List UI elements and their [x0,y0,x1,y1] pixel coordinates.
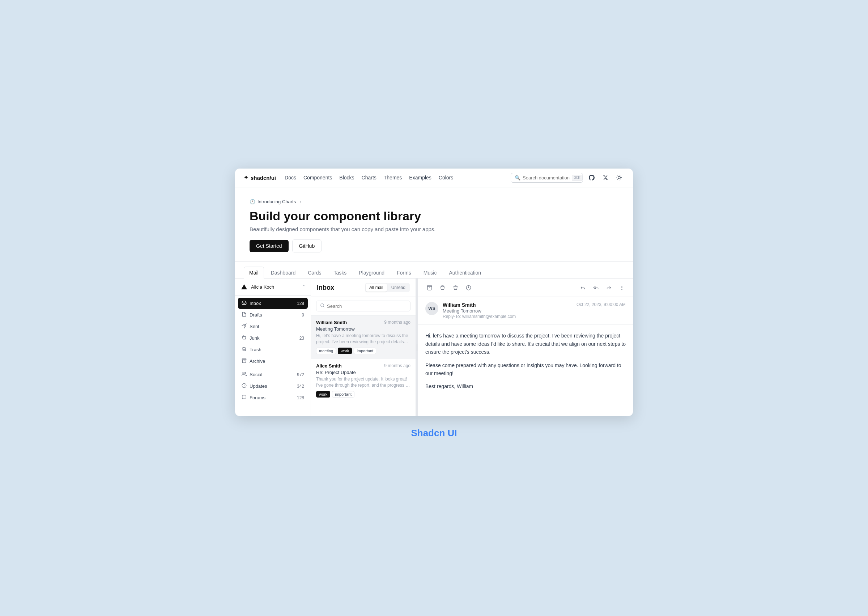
search-box[interactable]: 🔍 ⌘K [511,173,583,183]
toolbar-reply-all-btn[interactable] [590,282,601,293]
toolbar-delete-btn[interactable] [450,282,461,293]
sidebar-item-trash[interactable]: Trash [238,344,308,355]
svg-point-6 [243,372,245,374]
sidebar-item-forums-left: Forums [242,394,265,401]
tab-tasks[interactable]: Tasks [328,267,352,278]
tab-cards[interactable]: Cards [302,267,326,278]
mail-detail-toolbar [418,278,633,297]
sidebar-item-archive[interactable]: Archive [238,355,308,367]
mail-search-inner[interactable] [316,300,411,311]
hero-title: Build your component library [250,209,618,223]
nav-link-colors[interactable]: Colors [439,175,453,181]
forums-icon [242,394,246,401]
toolbar-move-btn[interactable] [437,282,448,293]
browser-window: ✦ shadcn/ui Docs Components Blocks Chart… [235,168,633,416]
mail-item-2-subject: Re: Project Update [316,370,411,375]
nav-link-themes[interactable]: Themes [384,175,402,181]
sidebar-nav: Inbox 128 Drafts 9 [235,295,311,416]
sidebar-item-updates[interactable]: Updates 342 [238,380,308,392]
svg-marker-1 [241,284,247,289]
github-icon-btn[interactable] [587,173,597,183]
sidebar-item-social[interactable]: Social 972 [238,369,308,380]
theme-toggle-btn[interactable] [614,173,624,183]
toolbar-more-btn[interactable] [616,282,627,293]
sidebar-item-updates-left: Updates [242,383,267,389]
sidebar-item-junk[interactable]: Junk 23 [238,332,308,344]
sidebar-item-drafts[interactable]: Drafts 9 [238,309,308,321]
get-started-button[interactable]: Get Started [250,240,289,252]
sidebar-user-chevron-icon: ⌃ [302,284,306,289]
search-input[interactable] [523,175,570,181]
resize-handle[interactable] [416,278,418,416]
mail-date: Oct 22, 2023, 9:00:00 AM [576,302,626,307]
mail-search [311,297,416,316]
mail-sender-reply: Reply-To: williamsmith@example.com [443,314,572,319]
sidebar-item-drafts-badge: 9 [296,313,304,317]
tab-mail[interactable]: Mail [244,267,264,278]
mail-item-1[interactable]: William Smith 9 months ago Meeting Tomor… [311,316,416,359]
sidebar-item-forums[interactable]: Forums 128 [238,392,308,403]
twitter-icon-btn[interactable] [600,173,611,183]
sidebar-item-inbox[interactable]: Inbox 128 [238,298,308,309]
mail-app: Alicia Koch ⌃ Inbox 128 [235,278,633,416]
github-button[interactable]: GitHub [292,239,322,253]
hero-badge-text: Introducing Charts → [257,199,302,204]
nav-links: Docs Components Blocks Charts Themes Exa… [285,175,502,181]
logo-text: shadcn/ui [251,175,276,181]
sidebar-user[interactable]: Alicia Koch ⌃ [235,278,311,295]
toolbar-archive-btn[interactable] [424,282,435,293]
filter-all-button[interactable]: All mail [366,284,387,292]
tab-playground[interactable]: Playground [353,267,390,278]
page-footer: Shadcn UI [411,416,457,448]
updates-icon [242,383,246,389]
svg-point-0 [618,176,621,179]
sidebar-user-left: Alicia Koch [240,283,274,291]
tab-music[interactable]: Music [418,267,442,278]
sidebar-item-drafts-left: Drafts [242,312,262,318]
sidebar-item-sent-left: Sent [242,324,259,330]
nav-link-components[interactable]: Components [303,175,332,181]
sidebar-item-archive-left: Archive [242,358,265,364]
mail-item-1-subject: Meeting Tomorrow [316,326,411,332]
search-icon: 🔍 [515,175,520,181]
nav-bar: ✦ shadcn/ui Docs Components Blocks Chart… [235,168,633,187]
mail-detail-header: WS William Smith Meeting Tomorrow Reply-… [418,297,633,324]
tag-work: work [338,347,352,354]
sidebar-item-social-label: Social [250,372,262,377]
toolbar-forward-btn[interactable] [603,282,614,293]
mail-item-2-sender: Alice Smith [316,363,342,369]
mail-search-input[interactable] [327,303,407,309]
tab-forms[interactable]: Forms [391,267,417,278]
sidebar-item-junk-left: Junk [242,335,259,341]
sidebar-item-social-badge: 972 [296,372,304,377]
demo-tabs: Mail Dashboard Cards Tasks Playground Fo… [235,261,633,278]
toolbar-snooze-btn[interactable] [463,282,474,293]
sidebar-item-updates-badge: 342 [296,384,304,389]
tab-dashboard[interactable]: Dashboard [265,267,301,278]
logo-icon: ✦ [244,174,248,181]
nav-logo[interactable]: ✦ shadcn/ui [244,174,276,181]
nav-link-examples[interactable]: Examples [409,175,431,181]
svg-rect-12 [427,286,432,287]
mail-search-icon [320,303,325,309]
sidebar-item-sent[interactable]: Sent [238,321,308,332]
nav-link-blocks[interactable]: Blocks [339,175,354,181]
mail-detail: WS William Smith Meeting Tomorrow Reply-… [418,278,633,416]
sidebar-item-trash-left: Trash [242,347,262,353]
toolbar-reply-btn[interactable] [577,282,588,293]
mail-item-1-header: William Smith 9 months ago [316,320,411,325]
hero-buttons: Get Started GitHub [250,239,618,253]
tag-work-2: work [316,391,330,398]
sent-icon [242,324,246,330]
hero-badge[interactable]: 🕐 Introducing Charts → [250,199,618,204]
mail-filter-buttons: All mail Unread [365,283,410,292]
sidebar-item-junk-badge: 23 [296,336,304,341]
mail-item-2[interactable]: Alice Smith 9 months ago Re: Project Upd… [311,359,416,402]
nav-link-charts[interactable]: Charts [362,175,377,181]
sidebar-item-updates-label: Updates [250,383,267,389]
sidebar-item-inbox-label: Inbox [250,300,261,306]
mail-item-2-preview: Thank you for the project update. It loo… [316,376,411,388]
nav-link-docs[interactable]: Docs [285,175,296,181]
filter-unread-button[interactable]: Unread [388,284,409,292]
tab-authentication[interactable]: Authentication [443,267,487,278]
